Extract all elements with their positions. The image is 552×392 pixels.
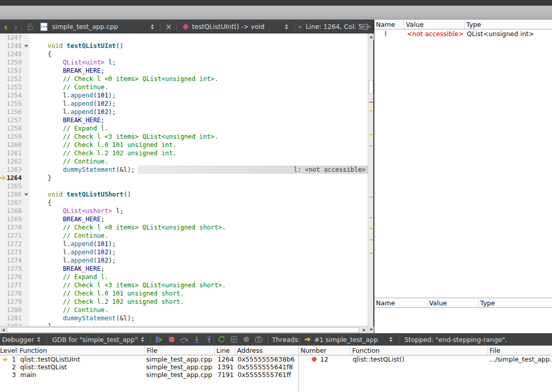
line-number[interactable]: 1250 [0,58,23,67]
line-number[interactable]: 1271 [0,232,23,240]
fold-marker [23,240,29,248]
restart-icon[interactable] [216,335,227,344]
locals-row[interactable]: l<not accessible>QList<unsigned int> [374,29,552,38]
column-header[interactable]: Number [299,346,351,355]
thread-spinner-icon[interactable] [389,337,392,342]
scroll-right-icon[interactable] [361,326,368,333]
line-number[interactable]: 1281 [0,314,23,322]
continue-icon[interactable] [154,335,165,344]
scroll-up-icon[interactable] [368,34,374,40]
line-number[interactable]: 1253 [0,83,23,91]
stack-row[interactable]: 3mainsimple_test_app.cpp71910x5555555761… [0,371,298,379]
exit-debugger-icon[interactable] [166,335,178,344]
stack-header[interactable]: LevelFunctionFileLineAddress [0,346,298,355]
record-icon[interactable] [241,335,252,344]
qt-creator-window: ‹ › C++ simple_test_app.cpp × testQListU… [0,0,552,392]
column-header[interactable]: Function [351,346,488,355]
column-header[interactable]: Value [428,298,479,307]
line-number[interactable]: 1282 [0,322,23,326]
document-selector-spinner-icon[interactable] [151,24,154,29]
overview-chevron-icon[interactable]: » [298,23,302,30]
column-header[interactable]: Level [0,346,18,355]
line-number[interactable]: 1248 [0,42,23,50]
open-document-selector[interactable]: simple_test_app.cpp [52,23,148,30]
lock-icon[interactable] [26,23,34,30]
column-header[interactable]: Name [374,20,404,29]
column-header[interactable]: Line [215,346,235,355]
line-number[interactable]: 1276 [0,273,23,281]
column-header[interactable]: File [488,346,552,355]
vertical-scrollbar-thumb[interactable] [369,80,373,94]
line-number[interactable]: 1272 [0,240,23,248]
symbol-selector-spinner-icon[interactable] [285,24,288,29]
thread-selector[interactable]: #1 simple_test_app [314,336,386,344]
line-number[interactable]: 1275 [0,265,23,273]
line-number[interactable]: 1274 [0,256,23,265]
line-number[interactable]: 1257 [0,116,23,124]
horizontal-scrollbar-thumb[interactable] [7,327,359,333]
code-text [29,182,33,190]
line-number[interactable]: 1249 [0,50,23,58]
scroll-left-icon[interactable] [0,326,7,333]
engine-selector[interactable]: GDB for "simple_test_app" [52,336,138,344]
line-number[interactable]: 1270 [0,223,23,232]
log-icon[interactable] [228,335,240,344]
line-number[interactable]: 1266 [0,190,23,199]
horizontal-scrollbar[interactable] [0,326,368,333]
line-number[interactable]: 1260 [0,141,23,149]
line-number[interactable]: 1263 [0,166,23,174]
snapshot-icon[interactable] [253,335,264,344]
line-number[interactable]: 1280 [0,306,23,314]
line-number[interactable]: 1279 [0,298,23,306]
line-number[interactable]: 1269 [0,215,23,223]
vertical-scrollbar[interactable] [368,34,373,333]
step-out-icon[interactable] [203,335,215,344]
column-header[interactable]: Value [404,20,465,29]
line-number[interactable]: 1265 [0,182,23,190]
stack-row[interactable]: 1qlist::testQListUIntsimple_test_app.cpp… [0,355,298,363]
expressions-header[interactable]: NameValueType [374,298,552,308]
line-number[interactable]: 1254 [0,91,23,100]
line-number[interactable]: 1255 [0,100,23,108]
column-header[interactable]: Address [235,346,298,355]
line-number[interactable]: 1251 [0,67,23,75]
line-number[interactable]: 1247 [0,34,23,42]
threads-label: Threads: [272,336,300,344]
column-header[interactable]: Name [374,298,428,307]
locals-header[interactable]: NameValueType [374,20,552,29]
code-editor[interactable]: 12471248 void testQListUInt()1249 {1250 … [0,34,368,326]
symbol-selector[interactable]: testQListUInt() -> void [192,23,282,30]
column-header[interactable]: Type [465,20,552,29]
forward-icon[interactable]: › [14,23,18,30]
fold-marker[interactable] [23,42,29,50]
perspective-spinner-icon[interactable] [37,337,40,342]
line-number[interactable]: 1278 [0,289,23,298]
column-header[interactable]: File [145,346,215,355]
breakpoint-row[interactable]: 12qlist::testQList().../simple_test_app.… [299,355,552,363]
back-icon[interactable]: ‹ [4,23,8,30]
breakpoints-header[interactable]: NumberFunctionFile [299,346,552,355]
line-number[interactable]: 1261 [0,149,23,157]
scroll-down-icon[interactable] [368,326,374,333]
fold-marker [23,133,29,141]
close-document-icon[interactable]: × [165,23,172,30]
split-editor-icon[interactable] [362,23,371,30]
engine-spinner-icon[interactable] [141,337,144,342]
code-line: 1263 dummyStatement(&l);l: <not accessib… [0,166,368,174]
line-number[interactable]: 1258 [0,124,23,133]
perspective-selector[interactable]: Debugger [2,336,34,344]
stack-row[interactable]: 2qlist::testQListsimple_test_app.cpp1391… [0,363,298,371]
line-number[interactable]: 1262 [0,157,23,166]
column-header[interactable]: Type [479,298,552,307]
step-over-icon[interactable] [179,335,190,344]
line-number[interactable]: 1268 [0,207,23,215]
line-number[interactable]: 1252 [0,75,23,83]
line-number[interactable]: 1273 [0,248,23,256]
column-header[interactable]: Function [18,346,145,355]
line-number[interactable]: 1259 [0,133,23,141]
step-into-icon[interactable] [191,335,202,344]
line-number[interactable]: 1256 [0,108,23,116]
line-number[interactable]: 1277 [0,281,23,289]
line-number[interactable]: 1267 [0,199,23,207]
fold-marker[interactable] [23,190,29,199]
